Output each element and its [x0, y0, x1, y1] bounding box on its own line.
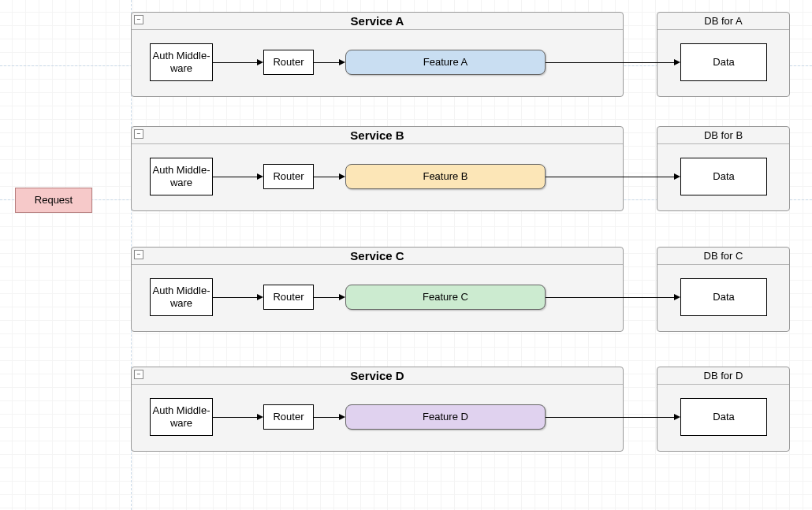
db-c-data-label: Data — [713, 291, 734, 303]
collapse-icon[interactable]: − — [134, 15, 143, 24]
feature-a-box[interactable]: Feature A — [345, 50, 546, 75]
arrowhead-icon — [257, 414, 263, 420]
arrowhead-icon — [339, 294, 345, 300]
arrowhead-icon — [674, 59, 680, 65]
feature-d-label: Feature D — [423, 411, 468, 423]
arrow — [314, 297, 341, 298]
service-a-title: Service A — [351, 14, 404, 28]
db-b-title: DB for B — [704, 129, 743, 141]
feature-d-box[interactable]: Feature D — [345, 404, 546, 430]
db-d-title-bar: DB for D — [657, 367, 789, 385]
db-c-data-box[interactable]: Data — [680, 278, 767, 316]
router-box-c[interactable]: Router — [263, 285, 314, 310]
feature-c-box[interactable]: Feature C — [345, 285, 546, 310]
service-c-title: Service C — [350, 249, 404, 262]
arrow — [314, 177, 341, 177]
router-box-d[interactable]: Router — [263, 404, 314, 430]
request-box[interactable]: Request — [15, 188, 92, 213]
db-a-data-box[interactable]: Data — [680, 43, 767, 81]
service-a-title-bar: − Service A — [132, 13, 623, 30]
collapse-icon[interactable]: − — [134, 129, 143, 139]
arrow — [546, 297, 676, 298]
arrow — [213, 62, 259, 63]
auth-middleware-box-b[interactable]: Auth Middle- ware — [150, 158, 213, 195]
arrow — [213, 177, 259, 177]
arrowhead-icon — [674, 173, 680, 180]
arrow — [314, 417, 341, 418]
diagram-canvas[interactable]: Request − Service A Auth Middle- ware Ro… — [0, 0, 812, 510]
db-b-title-bar: DB for B — [657, 127, 789, 144]
db-b-data-box[interactable]: Data — [680, 158, 767, 195]
router-label: Router — [273, 411, 304, 423]
arrow — [546, 417, 676, 418]
auth-middleware-label: Auth Middle- ware — [153, 50, 210, 74]
arrowhead-icon — [257, 59, 263, 65]
auth-middleware-box-a[interactable]: Auth Middle- ware — [150, 43, 213, 81]
db-c-title: DB for C — [704, 250, 743, 262]
db-d-data-box[interactable]: Data — [680, 398, 767, 436]
arrowhead-icon — [257, 173, 263, 180]
arrow — [546, 177, 676, 177]
auth-middleware-box-c[interactable]: Auth Middle- ware — [150, 278, 213, 316]
arrowhead-icon — [257, 294, 263, 300]
db-a-title-bar: DB for A — [657, 13, 789, 30]
service-b-title: Service B — [350, 128, 404, 142]
request-label: Request — [35, 194, 73, 207]
db-a-title: DB for A — [704, 15, 742, 27]
arrowhead-icon — [674, 414, 680, 420]
db-c-title-bar: DB for C — [657, 248, 789, 265]
router-box-b[interactable]: Router — [263, 164, 314, 189]
service-d-title-bar: − Service D — [132, 367, 623, 385]
db-b-data-label: Data — [713, 170, 734, 183]
db-d-title: DB for D — [704, 370, 743, 382]
service-c-title-bar: − Service C — [132, 248, 623, 265]
feature-b-label: Feature B — [423, 170, 467, 183]
arrowhead-icon — [339, 414, 345, 420]
db-a-data-label: Data — [713, 56, 734, 69]
router-label: Router — [273, 56, 304, 69]
auth-middleware-label: Auth Middle- ware — [153, 285, 210, 309]
auth-middleware-label: Auth Middle- ware — [153, 404, 210, 429]
arrow — [314, 62, 341, 63]
db-d-data-label: Data — [713, 411, 734, 423]
feature-c-label: Feature C — [423, 291, 468, 303]
arrowhead-icon — [339, 173, 345, 180]
router-label: Router — [273, 291, 304, 303]
collapse-icon[interactable]: − — [134, 250, 143, 259]
service-d-title: Service D — [350, 369, 404, 382]
arrow — [546, 62, 676, 63]
auth-middleware-label: Auth Middle- ware — [153, 164, 210, 188]
feature-a-label: Feature A — [423, 56, 467, 69]
arrow — [213, 297, 259, 298]
collapse-icon[interactable]: − — [134, 370, 143, 379]
arrowhead-icon — [339, 59, 345, 65]
auth-middleware-box-d[interactable]: Auth Middle- ware — [150, 398, 213, 436]
service-b-title-bar: − Service B — [132, 127, 623, 144]
feature-b-box[interactable]: Feature B — [345, 164, 546, 189]
arrowhead-icon — [674, 294, 680, 300]
router-label: Router — [273, 170, 304, 183]
router-box-a[interactable]: Router — [263, 50, 314, 75]
arrow — [213, 417, 259, 418]
